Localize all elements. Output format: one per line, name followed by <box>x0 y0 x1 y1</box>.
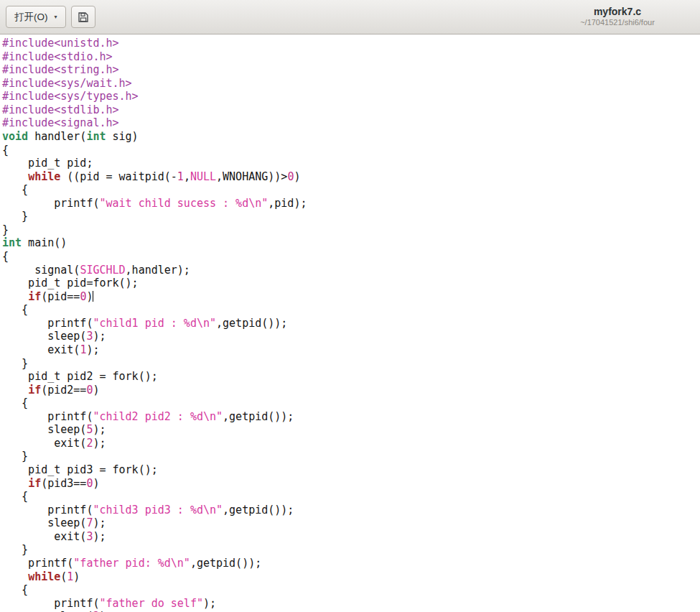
code-token: int <box>86 130 106 143</box>
code-token: while <box>28 170 60 183</box>
code-line: pid_t pid2 = fork(); <box>2 370 700 384</box>
code-token: ); <box>203 597 216 610</box>
code-token: 1 <box>177 170 184 183</box>
code-token <box>2 170 28 183</box>
code-token: 1 <box>67 570 73 583</box>
code-token: printf( <box>2 197 99 210</box>
code-line: sleep(7); <box>2 516 700 530</box>
code-token <box>2 477 28 490</box>
code-token: #include<stdlib.h> <box>2 103 119 116</box>
code-line: pid_t pid3 = fork(); <box>2 463 700 477</box>
code-token: printf( <box>2 597 99 610</box>
code-line: { <box>2 144 700 157</box>
text-cursor <box>93 291 93 302</box>
code-token: ,pid); <box>268 197 307 210</box>
code-token: printf( <box>2 504 93 516</box>
code-token: pid_t pid3 = fork(); <box>2 463 158 476</box>
code-token: ,getpid()); <box>190 557 261 570</box>
code-token: pid_t pid=fork(); <box>2 277 139 289</box>
code-line: #include<sys/wait.h> <box>2 77 700 91</box>
code-line: if(pid3==0) <box>2 477 700 491</box>
code-token: ); <box>93 330 106 343</box>
code-line: } <box>2 450 700 463</box>
code-line: while ((pid = waitpid(-1,NULL,WNOHANG))>… <box>2 170 700 184</box>
code-token: ) <box>93 477 99 490</box>
code-line: } <box>2 223 700 237</box>
code-token: } <box>2 450 28 463</box>
chevron-down-icon: ▾ <box>55 14 57 20</box>
code-token: signal( <box>2 264 80 277</box>
code-token: if <box>28 477 41 490</box>
code-line: void handler(int sig) <box>2 130 700 144</box>
code-token <box>2 570 28 583</box>
code-line: { <box>2 397 700 410</box>
code-line: printf("child2 pid2 : %d\n",getpid()); <box>2 410 700 424</box>
code-token: SIGCHLD <box>80 264 125 277</box>
code-token: ,WNOHANG))> <box>216 170 287 183</box>
code-token: { <box>2 183 28 196</box>
code-token: } <box>2 223 9 236</box>
code-token: "father do self" <box>99 597 203 610</box>
code-token: exit( <box>2 530 86 543</box>
code-line: sleep(5); <box>2 423 700 437</box>
code-line: if(pid==0) <box>2 290 700 304</box>
code-line: printf("wait child sucess : %d\n",pid); <box>2 197 700 210</box>
code-token: while <box>28 570 60 583</box>
code-token: ); <box>93 516 106 529</box>
code-token: #include<sys/types.h> <box>2 90 139 103</box>
code-line: { <box>2 303 700 317</box>
code-line: { <box>2 490 700 504</box>
code-token: { <box>2 303 28 316</box>
headerbar: 打开(O) ▾ myfork7.c ~/17041521/shi6/four <box>0 0 700 34</box>
save-button[interactable] <box>71 6 95 28</box>
code-token: main() <box>22 236 67 249</box>
window-title-stack: myfork7.c ~/17041521/shi6/four <box>546 0 689 34</box>
code-token: sleep( <box>2 330 86 343</box>
code-token: ); <box>86 343 99 356</box>
code-line: #include<stdio.h> <box>2 50 700 64</box>
code-line: { <box>2 250 700 264</box>
code-token: } <box>2 357 28 370</box>
code-token: } <box>2 210 28 223</box>
code-line: int main() <box>2 236 700 250</box>
code-line: #include<string.h> <box>2 63 700 77</box>
code-token: ,getpid()); <box>223 504 294 516</box>
code-token: handler( <box>28 130 86 143</box>
code-token: , <box>184 170 190 183</box>
code-token: ); <box>93 437 106 450</box>
code-token <box>2 384 28 397</box>
code-token: ( <box>60 570 67 583</box>
code-token: int <box>2 236 22 249</box>
code-token: pid_t pid; <box>2 157 93 170</box>
code-token: (pid2== <box>41 384 86 397</box>
code-token: (pid== <box>41 290 80 303</box>
open-button[interactable]: 打开(O) ▾ <box>6 6 66 28</box>
code-line: printf("child1 pid : %d\n",getpid()); <box>2 317 700 330</box>
code-line: #include<sys/types.h> <box>2 90 700 103</box>
code-token: "child2 pid2 : %d\n" <box>93 410 223 423</box>
code-token: ,handler); <box>126 264 190 277</box>
code-token: #include<stdio.h> <box>2 50 113 63</box>
code-line: printf("child3 pid3 : %d\n",getpid()); <box>2 504 700 517</box>
code-line: #include<signal.h> <box>2 116 700 130</box>
code-token: #include<unistd.h> <box>2 37 119 50</box>
code-token: ,getpid()); <box>216 317 287 330</box>
code-editor[interactable]: #include<unistd.h>#include<stdio.h>#incl… <box>0 34 700 612</box>
code-token: "child3 pid3 : %d\n" <box>93 504 223 516</box>
code-token: ); <box>93 423 106 436</box>
code-line: pid_t pid; <box>2 157 700 170</box>
open-button-label: 打开(O) <box>14 11 48 24</box>
code-line: exit(1); <box>2 343 700 357</box>
code-token: if <box>28 290 41 303</box>
code-line: { <box>2 183 700 197</box>
code-token: ) <box>86 290 93 303</box>
save-icon <box>78 11 89 23</box>
code-token: sig) <box>106 130 139 143</box>
code-line: signal(SIGCHLD,handler); <box>2 264 700 277</box>
window-title: myfork7.c <box>594 6 641 19</box>
code-token: ) <box>93 384 99 397</box>
code-line: exit(3); <box>2 530 700 544</box>
code-token: "wait child sucess : %d\n" <box>99 197 268 210</box>
code-token: { <box>2 250 9 263</box>
code-token: ) <box>294 170 300 183</box>
